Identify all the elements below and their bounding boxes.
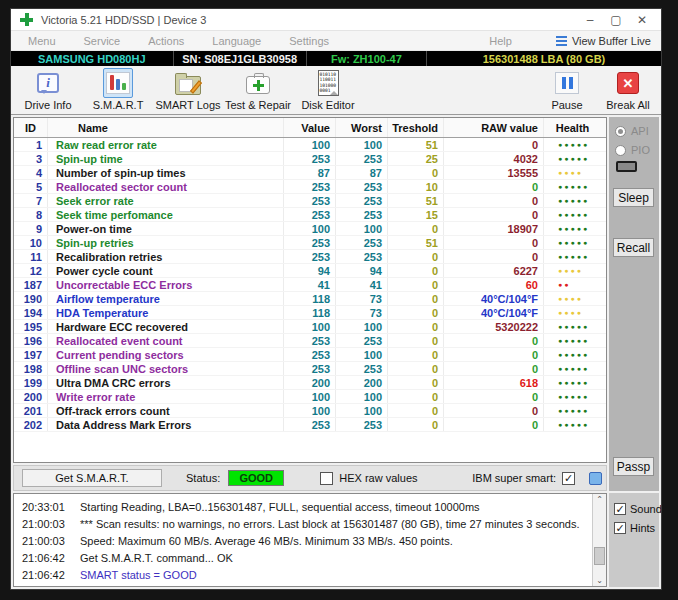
pause-button[interactable]: Pause xyxy=(539,68,595,111)
red-x-icon: ✕ xyxy=(617,72,639,94)
api-radio-circle[interactable] xyxy=(615,126,626,137)
status-label: Status: xyxy=(186,472,220,484)
drive-serial: SN: S08EJ1GLB30958 xyxy=(174,51,307,66)
table-row[interactable]: 197Current pending sectors25310000●●●●● xyxy=(14,348,606,362)
drive-capacity: 156301488 LBA (80 GB) xyxy=(427,51,661,66)
header-name: Name xyxy=(48,118,284,137)
scroll-up-icon[interactable]: ⌃ xyxy=(593,495,606,504)
health-dots: ●●●●● xyxy=(544,208,606,221)
table-row[interactable]: 3Spin-up time253253254032●●●●● xyxy=(14,152,606,166)
disk-editor-button[interactable]: 010110 110011 101000 0001 Disk Editor xyxy=(295,68,361,111)
health-dots: ●●●●● xyxy=(544,194,606,207)
drive-info-button[interactable]: i Drive Info xyxy=(15,68,81,111)
folder-pencil-icon xyxy=(175,76,201,95)
hex-raw-values-checkbox[interactable] xyxy=(320,472,333,485)
table-row[interactable]: 5Reallocated sector count253253100●●●●● xyxy=(14,180,606,194)
log-entry: 21:00:03*** Scan results: no warnings, n… xyxy=(14,515,592,532)
pio-radio-circle[interactable] xyxy=(615,145,626,156)
menu-item-menu[interactable]: Menu xyxy=(28,35,56,47)
table-row[interactable]: 195Hardware ECC recovered10010005320222●… xyxy=(14,320,606,334)
sound-checkbox-row[interactable]: ✓ Sound xyxy=(614,503,659,515)
hints-checkbox[interactable]: ✓ xyxy=(614,522,626,534)
close-button[interactable]: ✕ xyxy=(629,13,655,27)
health-dots: ●●●●● xyxy=(544,376,606,389)
recall-button[interactable]: Recall xyxy=(613,238,654,257)
health-dots: ●●●●● xyxy=(544,390,606,403)
table-row[interactable]: 10Spin-up retries253253510●●●●● xyxy=(14,236,606,250)
table-row[interactable]: 198Offline scan UNC sectors25325300●●●●● xyxy=(14,362,606,376)
menu-item-service[interactable]: Service xyxy=(84,35,121,47)
smart-table-body: 1Raw read error rate100100510●●●●●3Spin-… xyxy=(14,138,606,432)
menu-item-help[interactable]: Help xyxy=(489,35,512,47)
health-dots: ●●●●● xyxy=(544,152,606,165)
log-message: SMART status = GOOD xyxy=(66,569,197,581)
log-message: Get S.M.A.R.T. command... OK xyxy=(66,552,233,564)
drive-info-icon: i xyxy=(37,73,59,93)
buffer-list-icon xyxy=(556,36,567,46)
sound-checkbox[interactable]: ✓ xyxy=(614,503,626,515)
log-entry: 21:06:42SMART status = GOOD xyxy=(14,566,592,583)
binary-document-icon: 010110 110011 101000 0001 xyxy=(318,70,339,96)
get-smart-button[interactable]: Get S.M.A.R.T. xyxy=(22,469,162,487)
table-row[interactable]: 12Power cycle count949406227●●●● xyxy=(14,264,606,278)
log-scrollbar[interactable]: ⌃ ⌄ xyxy=(592,494,606,586)
log-area: 20:33:01Starting Reading, LBA=0..1563014… xyxy=(13,493,607,587)
table-row[interactable]: 7Seek error rate253253510●●●●● xyxy=(14,194,606,208)
log-timestamp: 21:06:42 xyxy=(14,569,66,581)
table-row[interactable]: 196Reallocated event count25325300●●●●● xyxy=(14,334,606,348)
table-row[interactable]: 187Uncorrectable ECC Errors4141060●● xyxy=(14,278,606,292)
log-timestamp: 20:33:01 xyxy=(14,501,66,513)
passp-button[interactable]: Passp xyxy=(613,457,654,476)
menu-item-actions[interactable]: Actions xyxy=(148,35,184,47)
table-row[interactable]: 194HDA Temperature11873040°C/104°F●●●● xyxy=(14,306,606,320)
side-panel-bottom: ✓ Sound ✓ Hints xyxy=(609,493,659,587)
health-dots: ●●●●● xyxy=(544,138,606,151)
health-dots: ●●●●● xyxy=(544,404,606,417)
table-row[interactable]: 190Airflow temperature11873040°C/104°F●●… xyxy=(14,292,606,306)
health-dots: ●●●●● xyxy=(544,362,606,375)
table-row[interactable]: 199Ultra DMA CRC errors2002000618●●●●● xyxy=(14,376,606,390)
sleep-button[interactable]: Sleep xyxy=(613,188,654,207)
log-timestamp: 21:00:03 xyxy=(14,535,66,547)
scroll-thumb[interactable] xyxy=(594,547,605,565)
health-dots: ●●●●● xyxy=(544,180,606,193)
menu-item-language[interactable]: Language xyxy=(212,35,261,47)
health-dots: ●●●● xyxy=(544,166,606,179)
break-all-button[interactable]: ✕ Break All xyxy=(599,68,657,111)
table-row[interactable]: 202Data Address Mark Errors25325300●●●●● xyxy=(14,418,606,432)
ibm-super-smart-checkbox[interactable]: ✓ xyxy=(562,472,575,485)
smart-logs-button[interactable]: SMART Logs xyxy=(155,68,221,111)
blue-color-swatch[interactable] xyxy=(589,472,602,485)
test-repair-button[interactable]: Test & Repair xyxy=(225,68,291,111)
view-buffer-live-button[interactable]: View Buffer Live xyxy=(556,35,651,47)
maximize-button[interactable]: ▢ xyxy=(603,13,629,27)
api-radio[interactable]: API xyxy=(615,125,649,137)
menu-item-settings[interactable]: Settings xyxy=(289,35,329,47)
scroll-down-icon[interactable]: ⌄ xyxy=(593,576,606,585)
table-row[interactable]: 11Recalibration retries25325300●●●●● xyxy=(14,250,606,264)
table-row[interactable]: 4Number of spin-up times8787013555●●●● xyxy=(14,166,606,180)
table-row[interactable]: 9Power-on time100100018907●●●●● xyxy=(14,222,606,236)
header-treshold: Treshold xyxy=(388,118,444,137)
drive-info-bar: SAMSUNG HD080HJ SN: S08EJ1GLB30958 Fw: Z… xyxy=(11,51,661,66)
view-buffer-live-label: View Buffer Live xyxy=(572,35,651,47)
pio-radio[interactable]: PIO xyxy=(615,144,650,156)
table-row[interactable]: 200Write error rate10010000●●●●● xyxy=(14,390,606,404)
health-dots: ●●●● xyxy=(544,306,606,319)
log-entry: 21:00:03Speed: Maximum 60 MB/s. Average … xyxy=(14,532,592,549)
minimize-button[interactable]: – xyxy=(577,13,603,27)
health-dots: ●●●● xyxy=(544,292,606,305)
header-raw-value: RAW value xyxy=(444,118,544,137)
health-dots: ●● xyxy=(544,278,606,291)
app-logo-green-cross-icon xyxy=(20,13,33,26)
toolbar: i Drive Info S.M.A.R.T SMART Logs Test &… xyxy=(11,66,661,115)
table-row[interactable]: 201Off-track errors count10010000●●●●● xyxy=(14,404,606,418)
log-entry: 21:06:42Get S.M.A.R.T. command... OK xyxy=(14,549,592,566)
hints-checkbox-row[interactable]: ✓ Hints xyxy=(614,522,659,534)
smart-button[interactable]: S.M.A.R.T xyxy=(85,68,151,111)
window-title: Victoria 5.21 HDD/SSD | Device 3 xyxy=(41,14,206,26)
menu-bar: Menu Service Actions Language Settings H… xyxy=(11,31,661,51)
table-row[interactable]: 8Seek time perfomance253253150●●●●● xyxy=(14,208,606,222)
log-timestamp: 21:06:42 xyxy=(14,552,66,564)
table-row[interactable]: 1Raw read error rate100100510●●●●● xyxy=(14,138,606,152)
